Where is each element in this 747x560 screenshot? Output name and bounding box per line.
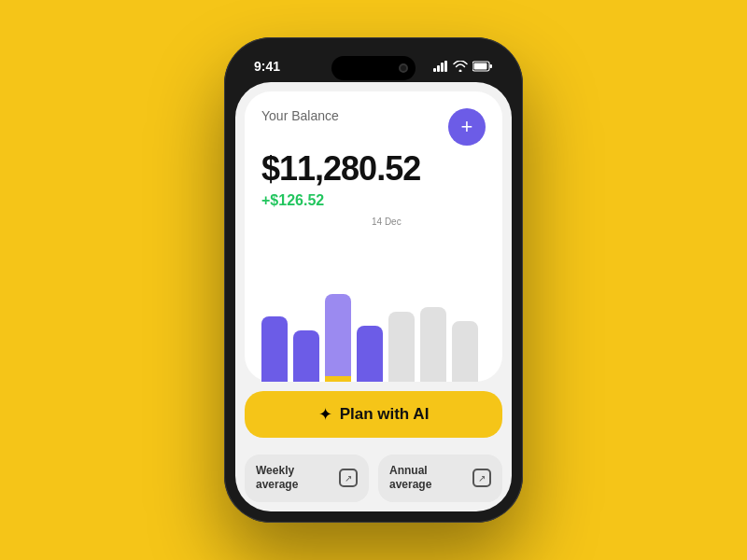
- battery-icon: [472, 61, 493, 72]
- status-time: 9:41: [254, 59, 280, 74]
- bottom-tabs: Weeklyaverage ↗ Annualaverage ↗: [235, 447, 512, 511]
- weekly-average-tab[interactable]: Weeklyaverage ↗: [245, 455, 369, 502]
- dynamic-island: [331, 56, 416, 80]
- bar-4: [357, 326, 383, 382]
- camera-dot: [399, 63, 408, 73]
- status-bar: 9:41: [235, 49, 512, 82]
- svg-rect-3: [444, 61, 447, 72]
- svg-rect-5: [474, 63, 487, 70]
- balance-card: Your Balance + $11,280.52 +$126.52 14 De…: [245, 91, 502, 382]
- bar-notch: [325, 376, 351, 382]
- svg-rect-2: [441, 63, 444, 72]
- bar-3: [325, 294, 351, 377]
- svg-rect-1: [437, 65, 440, 72]
- bar-wrapper: [325, 220, 351, 382]
- bar-wrapper: [261, 220, 288, 382]
- svg-rect-0: [433, 68, 436, 72]
- chart-area: 14 Dec: [261, 209, 486, 382]
- bar-wrapper: [293, 220, 319, 382]
- phone-frame: 9:41: [224, 37, 523, 523]
- card-header: Your Balance +: [261, 108, 486, 146]
- annual-average-label: Annualaverage: [389, 464, 431, 493]
- wifi-icon: [453, 61, 468, 72]
- status-icons: [433, 61, 493, 72]
- phone-content: Your Balance + $11,280.52 +$126.52 14 De…: [235, 82, 512, 511]
- plan-ai-label: Plan with AI: [340, 405, 430, 424]
- weekly-average-icon: ↗: [339, 469, 358, 487]
- signal-icon: [433, 61, 448, 72]
- balance-change: +$126.52: [261, 192, 486, 209]
- plan-ai-button[interactable]: ✦ Plan with AI: [245, 391, 502, 438]
- annual-average-icon: ↗: [472, 469, 491, 487]
- bar-2: [293, 330, 319, 382]
- balance-amount: $11,280.52: [261, 149, 486, 189]
- bar-1: [261, 316, 288, 382]
- bar-wrapper: [357, 220, 383, 382]
- bar-wrapper: [420, 220, 446, 382]
- bar-7: [452, 321, 478, 382]
- chart-date-label: 14 Dec: [372, 217, 402, 227]
- bar-6: [420, 307, 446, 382]
- balance-label: Your Balance: [261, 108, 339, 123]
- add-button[interactable]: +: [448, 108, 486, 146]
- annual-average-tab[interactable]: Annualaverage ↗: [378, 455, 502, 502]
- bar-wrapper: [452, 220, 478, 382]
- weekly-average-label: Weeklyaverage: [256, 464, 298, 493]
- svg-rect-6: [490, 64, 493, 68]
- bar-wrapper: [388, 220, 415, 382]
- sparkle-icon: ✦: [318, 404, 332, 425]
- bar-5: [388, 312, 415, 382]
